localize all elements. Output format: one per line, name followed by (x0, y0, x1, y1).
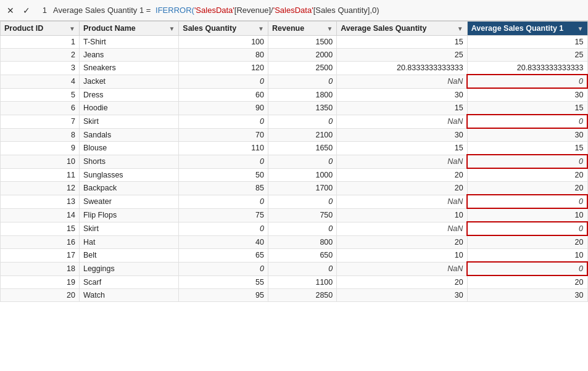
cell-product-name: Blouse (79, 142, 178, 155)
cell-avg-sales: NaN (337, 75, 467, 88)
cell-revenue: 2100 (268, 128, 337, 142)
cell-sales-qty: 0 (179, 155, 268, 168)
cell-product-name: Leggings (79, 262, 178, 275)
data-table-container: Product ID ▼ Product Name ▼ Sales Quanti… (0, 21, 588, 302)
cell-sales-qty: 40 (179, 235, 268, 249)
cell-product-name: Hat (79, 235, 178, 249)
cell-revenue: 1650 (268, 142, 337, 155)
cell-product-id: 15 (1, 222, 80, 235)
table-row: 15Skirt00NaN0 (1, 222, 588, 235)
cell-sales-qty: 80 (179, 49, 268, 62)
cell-avg-sales: NaN (337, 155, 467, 168)
table-row: 16Hat408002020 (1, 235, 588, 249)
cell-revenue: 1350 (268, 102, 337, 115)
cell-revenue: 2500 (268, 62, 337, 75)
cell-product-id: 20 (1, 289, 80, 302)
cell-avg-sales: NaN (337, 195, 467, 208)
cell-sales-qty: 0 (179, 195, 268, 208)
formula-table-ref1: 'SalesData' (194, 6, 234, 15)
cell-avg-sales: 10 (337, 208, 467, 222)
formula-table-ref2: 'SalesData' (273, 6, 313, 15)
cell-revenue: 2850 (268, 289, 337, 302)
cell-product-name: Sweater (79, 195, 178, 208)
cell-product-id: 16 (1, 235, 80, 249)
filter-icon-avg-sales-1[interactable]: ▼ (578, 25, 584, 32)
cell-sales-qty: 55 (179, 275, 268, 289)
cell-product-id: 12 (1, 182, 80, 195)
col-header-product-name[interactable]: Product Name ▼ (79, 22, 178, 36)
formula-zero: 0) (372, 6, 379, 15)
col-header-product-id[interactable]: Product ID ▼ (1, 22, 80, 36)
formula-bar: ✕ ✓ 1 Average Sales Quantity 1 = IFERROR… (0, 0, 588, 21)
cell-avg-sales-1: 30 (467, 128, 587, 142)
cell-avg-sales-1: 15 (467, 36, 587, 49)
cell-avg-sales-1: 20.8333333333333 (467, 62, 587, 75)
cell-avg-sales-1: 0 (467, 262, 587, 275)
cell-revenue: 1500 (268, 36, 337, 49)
cell-product-id: 19 (1, 275, 80, 289)
filter-icon-revenue[interactable]: ▼ (326, 25, 333, 32)
cell-sales-qty: 85 (179, 182, 268, 195)
col-header-avg-sales[interactable]: Average Sales Quantity ▼ (337, 22, 467, 36)
cell-avg-sales-1: 20 (467, 168, 587, 182)
cell-product-name: Sunglasses (79, 168, 178, 182)
formula-icons: ✕ ✓ (4, 4, 33, 17)
cell-product-id: 1 (1, 36, 80, 49)
cell-avg-sales-1: 20 (467, 275, 587, 289)
formula-equals: = (146, 6, 153, 15)
filter-icon-product-id[interactable]: ▼ (69, 25, 75, 32)
table-row: 4Jacket00NaN0 (1, 75, 588, 88)
cell-product-id: 2 (1, 49, 80, 62)
cell-product-id: 4 (1, 75, 80, 88)
confirm-button[interactable]: ✓ (20, 4, 33, 17)
cell-sales-qty: 0 (179, 262, 268, 275)
cell-product-name: Hoodie (79, 102, 178, 115)
cell-sales-qty: 60 (179, 88, 268, 102)
cell-product-id: 5 (1, 88, 80, 102)
cell-avg-sales: 20 (337, 168, 467, 182)
cell-avg-sales: 20 (337, 275, 467, 289)
formula-column-name: Average Sales Quantity 1 (53, 6, 144, 15)
cell-avg-sales: 15 (337, 36, 467, 49)
table-row: 8Sandals7021003030 (1, 128, 588, 142)
cell-product-id: 3 (1, 62, 80, 75)
cell-avg-sales: NaN (337, 262, 467, 275)
cell-product-id: 18 (1, 262, 80, 275)
col-header-avg-sales-1[interactable]: Average Sales Quantity 1 ▼ (467, 22, 587, 36)
cell-avg-sales: NaN (337, 115, 467, 128)
filter-icon-sales-qty[interactable]: ▼ (258, 25, 264, 32)
cell-avg-sales-1: 15 (467, 102, 587, 115)
cell-sales-qty: 110 (179, 142, 268, 155)
cell-product-id: 11 (1, 168, 80, 182)
cell-sales-qty: 0 (179, 115, 268, 128)
cell-product-name: Scarf (79, 275, 178, 289)
cell-avg-sales: NaN (337, 222, 467, 235)
cell-avg-sales: 15 (337, 142, 467, 155)
formula-function: IFERROR( (155, 6, 194, 15)
cell-revenue: 0 (268, 75, 337, 88)
formula-content[interactable]: Average Sales Quantity 1 = IFERROR('Sale… (51, 4, 584, 16)
table-row: 6Hoodie9013501515 (1, 102, 588, 115)
col-header-revenue[interactable]: Revenue ▼ (268, 22, 337, 36)
cell-product-name: Dress (79, 88, 178, 102)
cancel-button[interactable]: ✕ (4, 4, 17, 17)
cell-product-id: 17 (1, 249, 80, 263)
cell-avg-sales-1: 0 (467, 222, 587, 235)
cell-avg-sales: 20 (337, 235, 467, 249)
cell-sales-qty: 50 (179, 168, 268, 182)
cell-avg-sales-1: 20 (467, 182, 587, 195)
cell-sales-qty: 100 (179, 36, 268, 49)
cell-revenue: 1000 (268, 168, 337, 182)
cell-avg-sales: 10 (337, 249, 467, 263)
formula-col-ref1: [Revenue]/ (234, 6, 273, 15)
filter-icon-avg-sales[interactable]: ▼ (457, 25, 463, 32)
cell-revenue: 800 (268, 235, 337, 249)
cell-revenue: 0 (268, 155, 337, 168)
filter-icon-product-name[interactable]: ▼ (168, 25, 175, 32)
table-row: 12Backpack8517002020 (1, 182, 588, 195)
cell-avg-sales-1: 10 (467, 249, 587, 263)
cell-avg-sales: 30 (337, 289, 467, 302)
cell-sales-qty: 0 (179, 75, 268, 88)
col-header-sales-qty[interactable]: Sales Quantity ▼ (179, 22, 268, 36)
cell-revenue: 1100 (268, 275, 337, 289)
